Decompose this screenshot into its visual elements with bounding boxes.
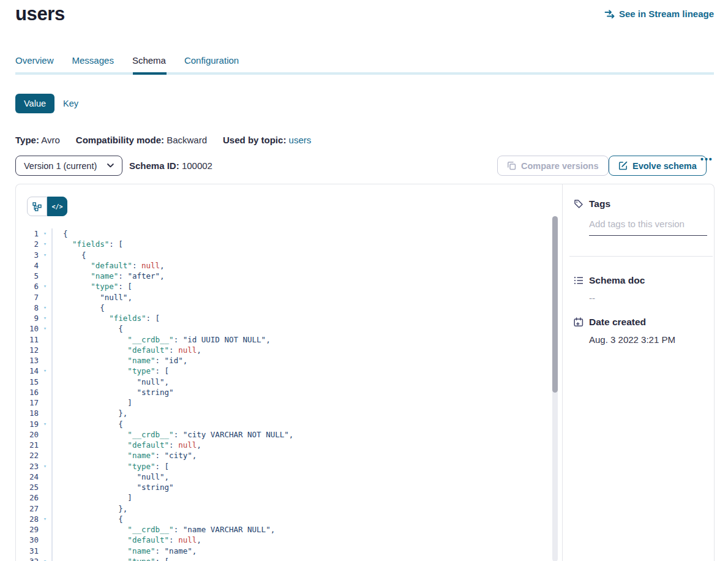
fold-toggle-icon[interactable]: ▾ [39, 239, 51, 249]
fold-toggle-icon[interactable]: ▾ [39, 366, 51, 376]
fold-toggle-icon[interactable]: ▾ [39, 556, 51, 561]
value-toggle-button[interactable]: Value [15, 94, 54, 113]
code-line: 17 ] [16, 397, 562, 408]
edit-icon [618, 161, 628, 170]
line-number: 18 [16, 408, 39, 418]
more-actions-button[interactable]: ••• [700, 154, 713, 164]
schema-code-editor[interactable]: 1▾{2▾ "fields": [3▾ {4 "default": null,5… [16, 228, 562, 561]
line-number: 6 [16, 281, 39, 292]
schema-doc-value: -- [589, 293, 706, 303]
fold-toggle-icon[interactable]: ▾ [39, 419, 51, 429]
tab-configuration[interactable]: Configuration [184, 55, 239, 66]
line-number: 14 [16, 366, 39, 376]
line-number: 9 [16, 313, 39, 323]
date-created-title: Date created [589, 317, 646, 328]
fold-toggle-icon[interactable]: ▾ [39, 323, 51, 334]
code-line: 20 "__crdb__": "city VARCHAR NOT NULL", [16, 429, 562, 440]
code-line: 18 }, [16, 408, 562, 418]
code-view-icon: </> [51, 203, 62, 210]
version-select[interactable]: Version 1 (current) [15, 156, 122, 176]
code-view-button[interactable]: </> [47, 197, 67, 216]
fold-toggle-icon[interactable]: ▾ [39, 250, 51, 260]
code-line: 8▾ { [16, 303, 562, 313]
stream-lineage-link[interactable]: See in Stream lineage [604, 9, 714, 19]
key-toggle-button[interactable]: Key [63, 99, 78, 108]
line-number: 4 [16, 260, 39, 271]
date-created-value: Aug. 3 2022 3:21 PM [589, 334, 706, 345]
code-line: 24 "null", [16, 472, 562, 482]
fold-toggle-icon[interactable]: ▾ [39, 228, 51, 239]
code-line: 21 "default": null, [16, 440, 562, 450]
line-number: 10 [16, 323, 39, 334]
code-text: "type": [ [51, 366, 169, 376]
code-line: 10▾ { [16, 323, 562, 334]
code-line: 29 "__crdb__": "name VARCHAR NULL", [16, 524, 562, 535]
line-number: 25 [16, 482, 39, 492]
scrollbar-thumb[interactable] [552, 216, 558, 393]
line-number: 24 [16, 472, 39, 482]
topic-link[interactable]: users [289, 135, 312, 145]
tree-view-button[interactable] [27, 197, 47, 216]
schema-doc-section: Schema doc -- [574, 275, 706, 303]
view-mode-toggle: </> [27, 197, 67, 216]
tab-overview[interactable]: Overview [15, 55, 54, 66]
line-number: 27 [16, 503, 39, 514]
code-text: "__crdb__": "name VARCHAR NULL", [51, 524, 275, 535]
schema-id-field: Schema ID: 100002 [129, 160, 212, 171]
gutter-separator [51, 228, 53, 561]
schema-doc-title: Schema doc [589, 275, 645, 286]
code-text: "name": "id", [51, 355, 187, 366]
code-text: "name": "name", [51, 546, 197, 556]
code-text: "__crdb__": "id UUID NOT NULL", [51, 334, 271, 345]
tab-messages[interactable]: Messages [72, 55, 114, 66]
line-number: 32 [16, 556, 39, 561]
tab-underline-active [133, 72, 167, 75]
code-text: { [51, 228, 68, 239]
add-tags-input[interactable] [589, 217, 707, 236]
line-number: 29 [16, 524, 39, 535]
line-number: 12 [16, 345, 39, 355]
fold-toggle-icon[interactable]: ▾ [39, 514, 51, 524]
code-text: ] [51, 492, 132, 503]
type-field: Type: Avro [15, 135, 60, 145]
code-lines: 1▾{2▾ "fields": [3▾ {4 "default": null,5… [16, 228, 562, 561]
line-number: 7 [16, 292, 39, 303]
code-line: 28▾ { [16, 514, 562, 524]
code-text: "type": [ [51, 461, 169, 472]
line-number: 16 [16, 387, 39, 397]
line-number: 23 [16, 461, 39, 472]
page-title: users [15, 3, 65, 25]
code-text: "string" [51, 387, 174, 397]
code-text: "null", [51, 472, 169, 482]
code-line: 2▾ "fields": [ [16, 239, 562, 249]
fold-toggle-icon[interactable]: ▾ [39, 461, 51, 472]
code-text: "__crdb__": "city VARCHAR NOT NULL", [51, 429, 293, 440]
code-line: 6▾ "type": [ [16, 281, 562, 292]
fold-toggle-icon[interactable]: ▾ [39, 313, 51, 323]
code-text: { [51, 419, 123, 429]
code-text: "string" [51, 482, 174, 492]
code-line: 25 "string" [16, 482, 562, 492]
code-text: "default": null, [51, 345, 201, 355]
line-number: 15 [16, 377, 39, 387]
code-line: 1▾{ [16, 228, 562, 239]
code-text: "default": null, [51, 440, 201, 450]
evolve-schema-button[interactable]: Evolve schema [609, 156, 707, 176]
line-number: 8 [16, 303, 39, 313]
code-line: 3▾ { [16, 250, 562, 260]
fold-toggle-icon[interactable]: ▾ [39, 303, 51, 313]
code-line: 26 ] [16, 492, 562, 503]
date-created-section: Date created Aug. 3 2022 3:21 PM [574, 317, 706, 345]
fold-toggle-icon[interactable]: ▾ [39, 281, 51, 292]
line-number: 26 [16, 492, 39, 503]
compare-versions-button[interactable]: Compare versions [497, 156, 609, 176]
code-text: }, [51, 408, 127, 418]
code-text: "fields": [ [51, 313, 160, 323]
schema-code-pane: </> 1▾{2▾ "fields": [3▾ {4 "default": nu… [16, 184, 563, 561]
ellipsis-icon: ••• [700, 154, 713, 164]
code-text: "type": [ [51, 281, 132, 292]
tab-schema[interactable]: Schema [132, 55, 166, 66]
tags-title: Tags [589, 198, 610, 209]
used-by-topic-label: Used by topic: [223, 135, 286, 145]
code-line: 30 "default": null, [16, 535, 562, 545]
